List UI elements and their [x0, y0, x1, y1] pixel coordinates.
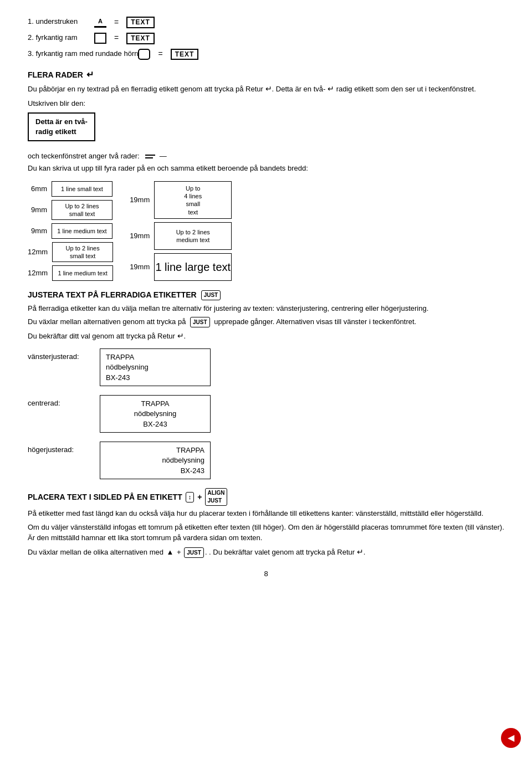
- band-row-9mm-1: 9mm Up to 2 linessmall text: [28, 200, 113, 220]
- placera-para1: På etiketter med fast längd kan du också…: [28, 508, 504, 519]
- underline-icon: A: [94, 17, 106, 28]
- justera-para3: Du bekräftar ditt val genom att trycka p…: [28, 330, 504, 342]
- justera-para1: På flerradiga etiketter kan du välja mel…: [28, 303, 504, 314]
- justera-section: JUSTERA TEXT PÅ FLERRADIGA ETIKETTER JUS…: [28, 290, 504, 479]
- item-1-label: 1. understruken: [28, 17, 94, 27]
- centrad-box: TRAPPA nödbelysning BX-243: [100, 395, 211, 433]
- band-row-12mm-2: 12mm 1 line medium text: [28, 265, 113, 281]
- placera-section: PLACERA TEXT I SIDLED PÅ EN ETIKETT ↕ + …: [28, 488, 504, 558]
- item-3: 3. fyrkantig ram med rundade hörn = TEXT: [28, 49, 504, 60]
- return-icon-5: ↵: [357, 547, 364, 556]
- return-icon-4: ↵: [177, 331, 184, 340]
- flera-rader-header: FLERA RADER ↵: [28, 69, 504, 81]
- back-button[interactable]: ◀: [501, 728, 521, 748]
- centrad-label: centrerad:: [28, 395, 100, 408]
- utskriven-section: Utskriven blir den: Detta är en två- rad…: [28, 99, 504, 147]
- text-badge-1: TEXT: [126, 17, 155, 28]
- hoger-row: högerjusterad: TRAPPA nödbelysning BX-24…: [28, 442, 504, 479]
- vanster-box: TRAPPA nödbelysning BX-243: [100, 348, 211, 386]
- item-2-label: 2. fyrkantig ram: [28, 33, 94, 43]
- align-icon: ALIGNJUST: [205, 488, 227, 506]
- just-examples: vänsterjusterad: TRAPPA nödbelysning BX-…: [28, 348, 504, 479]
- left-column: 6mm 1 line small text 9mm Up to 2 liness…: [28, 181, 113, 281]
- band-row-19mm-2: 19mm Up to 2 linesmedium text: [130, 222, 232, 250]
- flera-rader-desc: Du påbörjar en ny textrad på en flerradi…: [28, 84, 504, 95]
- triangle-icon: ▲: [167, 548, 174, 556]
- flera-rader-section: FLERA RADER ↵ Du påbörjar en ny textrad …: [28, 69, 504, 173]
- text-badge-3: TEXT: [171, 49, 199, 60]
- justera-para2: Du växlar mellan alternativen genom att …: [28, 316, 504, 327]
- item-3-symbols: = TEXT: [138, 49, 198, 60]
- right-column: 19mm Up to4 linessmalltext 19mm Up to 2 …: [130, 181, 232, 281]
- return-icon: ↵: [86, 69, 94, 81]
- just-icon: JUST: [201, 290, 221, 300]
- item-3-label: 3. fyrkantig ram med rundade hörn: [28, 49, 138, 59]
- utskriven-label: Utskriven blir den:: [28, 99, 504, 109]
- return-icon-2: ↵: [265, 84, 272, 93]
- du-kan-text: Du kan skriva ut upp till fyra rader på …: [28, 163, 504, 173]
- text-badge-2: TEXT: [126, 33, 155, 44]
- placera-title: PLACERA TEXT I SIDLED PÅ EN ETIKETT ↕ + …: [28, 488, 504, 506]
- back-icon-symbol: ◀: [508, 732, 514, 744]
- item-2-symbols: = TEXT: [94, 33, 155, 44]
- hoger-box: TRAPPA nödbelysning BX-243: [100, 442, 211, 479]
- item-1-symbols: A = TEXT: [94, 17, 155, 28]
- band-row-12mm-1: 12mm Up to 2 linessmall text: [28, 242, 113, 262]
- och-text: och teckenfönstret anger två rader: —: [28, 151, 504, 161]
- band-row-6mm-small: 6mm 1 line small text: [28, 181, 113, 197]
- flera-rader-title: FLERA RADER: [28, 70, 83, 81]
- placera-para3: Du växlar mellan de olika alternativen m…: [28, 546, 504, 558]
- hoger-label: högerjusterad:: [28, 442, 100, 455]
- centrad-row: centrerad: TRAPPA nödbelysning BX-243: [28, 395, 504, 433]
- item-1: 1. understruken A = TEXT: [28, 17, 504, 28]
- placera-para2: Om du väljer vänsterställd infogas ett t…: [28, 522, 504, 543]
- just-icon-2: JUST: [190, 317, 210, 327]
- vanster-row: vänsterjusterad: TRAPPA nödbelysning BX-…: [28, 348, 504, 386]
- band-row-9mm-2: 9mm 1 line medium text: [28, 223, 113, 239]
- rect-icon: [94, 33, 106, 44]
- page-number: 8: [28, 569, 504, 579]
- band-layout: 6mm 1 line small text 9mm Up to 2 liness…: [28, 181, 504, 281]
- etikett-box: Detta är en två- radig etikett: [28, 112, 95, 141]
- just-icon-3: JUST: [184, 547, 204, 558]
- vanster-label: vänsterjusterad:: [28, 348, 100, 362]
- return-icon-3: ↵: [328, 84, 334, 93]
- lines-icon: [145, 155, 155, 158]
- band-row-19mm-3: 19mm 1 line large text: [130, 253, 232, 281]
- arrow-icon: ↕: [186, 492, 195, 502]
- rect-rounded-icon: [138, 49, 150, 60]
- justera-title: JUSTERA TEXT PÅ FLERRADIGA ETIKETTER JUS…: [28, 290, 504, 301]
- item-2: 2. fyrkantig ram = TEXT: [28, 33, 504, 44]
- band-row-19mm-1: 19mm Up to4 linessmalltext: [130, 181, 232, 219]
